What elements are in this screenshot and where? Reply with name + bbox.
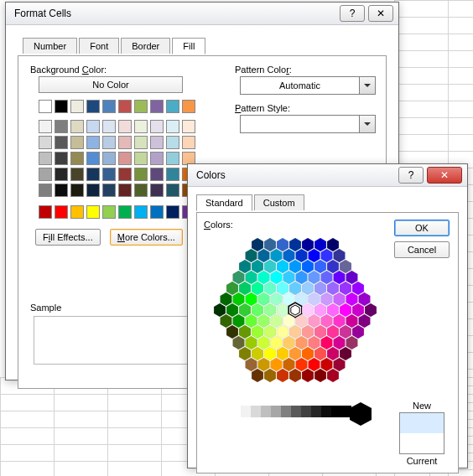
hex-cell[interactable] (327, 238, 339, 251)
hex-cell[interactable] (258, 314, 270, 328)
color-swatch[interactable] (39, 100, 52, 113)
hex-cell[interactable] (271, 292, 283, 306)
fill-effects-button[interactable]: Fill Effects... (35, 229, 101, 246)
pattern-style-combo[interactable] (240, 115, 376, 133)
hex-cell[interactable] (334, 292, 346, 306)
hex-cell[interactable] (239, 347, 251, 360)
hex-cell[interactable] (277, 260, 288, 273)
color-swatch[interactable] (118, 205, 132, 219)
gray-swatch[interactable] (331, 406, 341, 417)
tab-standard[interactable]: Standard (196, 194, 252, 211)
gray-swatch[interactable] (321, 406, 331, 417)
hex-cell[interactable] (289, 325, 301, 339)
hex-cell[interactable] (239, 325, 251, 339)
color-swatch[interactable] (118, 136, 132, 149)
hex-cell[interactable] (302, 325, 314, 339)
hex-cell[interactable] (264, 238, 276, 251)
color-swatch[interactable] (134, 100, 148, 113)
hex-cell[interactable] (271, 314, 283, 328)
color-swatch[interactable] (39, 152, 52, 165)
color-swatch[interactable] (150, 168, 164, 181)
hex-cell[interactable] (352, 303, 364, 317)
color-swatch[interactable] (70, 120, 84, 133)
color-swatch[interactable] (70, 152, 84, 165)
hex-cell[interactable] (321, 358, 333, 371)
hex-cell[interactable] (258, 336, 270, 349)
color-hexagon[interactable] (207, 238, 383, 397)
color-swatch[interactable] (70, 168, 84, 181)
hex-cell[interactable] (309, 249, 320, 262)
hex-cell[interactable] (346, 271, 358, 284)
gray-swatch[interactable] (261, 406, 271, 417)
hex-cell[interactable] (233, 292, 245, 306)
hex-cell[interactable] (346, 292, 358, 306)
hex-cell[interactable] (252, 303, 263, 317)
color-swatch[interactable] (182, 136, 195, 149)
hex-cell[interactable] (302, 238, 314, 251)
hex-cell[interactable] (264, 282, 276, 295)
color-swatch[interactable] (134, 152, 148, 165)
hex-cell[interactable] (221, 292, 232, 306)
no-color-button[interactable]: No Color (39, 76, 183, 93)
hex-cell[interactable] (314, 347, 326, 360)
hex-cell[interactable] (252, 369, 263, 382)
tab-border[interactable]: Border (121, 38, 170, 54)
color-swatch[interactable] (134, 120, 148, 133)
color-swatch[interactable] (102, 100, 116, 113)
color-swatch[interactable] (166, 152, 179, 165)
hex-cell[interactable] (277, 303, 288, 317)
color-swatch[interactable] (166, 168, 179, 181)
color-swatch[interactable] (102, 136, 116, 149)
color-swatch[interactable] (150, 205, 164, 219)
help-button[interactable]: ? (398, 167, 424, 184)
hex-cell[interactable] (239, 282, 251, 295)
hex-cell[interactable] (239, 260, 251, 273)
color-swatch[interactable] (86, 205, 100, 219)
hex-cell[interactable] (258, 249, 270, 262)
hex-cell[interactable] (226, 325, 238, 339)
hex-cell[interactable] (321, 336, 333, 349)
hex-cell[interactable] (233, 336, 245, 349)
color-swatch[interactable] (150, 184, 164, 197)
hex-cell[interactable] (340, 282, 351, 295)
hex-cell[interactable] (226, 282, 238, 295)
gray-swatch[interactable] (281, 406, 291, 417)
color-swatch[interactable] (182, 120, 195, 133)
hex-cell[interactable] (271, 336, 283, 349)
close-button[interactable]: ✕ (368, 5, 393, 22)
tab-custom[interactable]: Custom (254, 194, 304, 210)
hex-cell[interactable] (277, 238, 288, 251)
color-swatch[interactable] (118, 120, 132, 133)
hex-cell[interactable] (246, 292, 257, 306)
hex-cell[interactable] (252, 347, 263, 360)
color-swatch[interactable] (150, 136, 164, 149)
hex-cell[interactable] (302, 260, 314, 273)
hex-cell[interactable] (258, 271, 270, 284)
hex-cell[interactable] (277, 369, 288, 382)
hex-cell[interactable] (246, 358, 257, 371)
hex-cell[interactable] (314, 282, 326, 295)
hex-cell[interactable] (296, 249, 308, 262)
hex-cell[interactable] (327, 369, 339, 382)
hex-cell[interactable] (309, 271, 320, 284)
color-swatch[interactable] (70, 136, 84, 149)
hex-cell[interactable] (314, 238, 326, 251)
gray-swatch[interactable] (241, 406, 251, 417)
color-swatch[interactable] (166, 205, 179, 219)
gray-swatch[interactable] (301, 406, 311, 417)
color-swatch[interactable] (39, 184, 52, 197)
color-swatch[interactable] (118, 152, 132, 165)
color-swatch[interactable] (166, 120, 179, 133)
close-button[interactable]: ✕ (427, 167, 462, 184)
color-swatch[interactable] (86, 136, 100, 149)
hex-cell[interactable] (340, 347, 351, 360)
color-swatch[interactable] (166, 100, 179, 113)
hex-cell[interactable] (271, 271, 283, 284)
color-swatch[interactable] (102, 205, 116, 219)
hex-cell[interactable] (264, 303, 276, 317)
pattern-color-combo[interactable]: Automatic (240, 76, 376, 95)
hex-cell[interactable] (334, 358, 346, 371)
hex-cell[interactable] (321, 271, 333, 284)
color-swatch[interactable] (86, 168, 100, 181)
hex-cell[interactable] (309, 292, 320, 306)
